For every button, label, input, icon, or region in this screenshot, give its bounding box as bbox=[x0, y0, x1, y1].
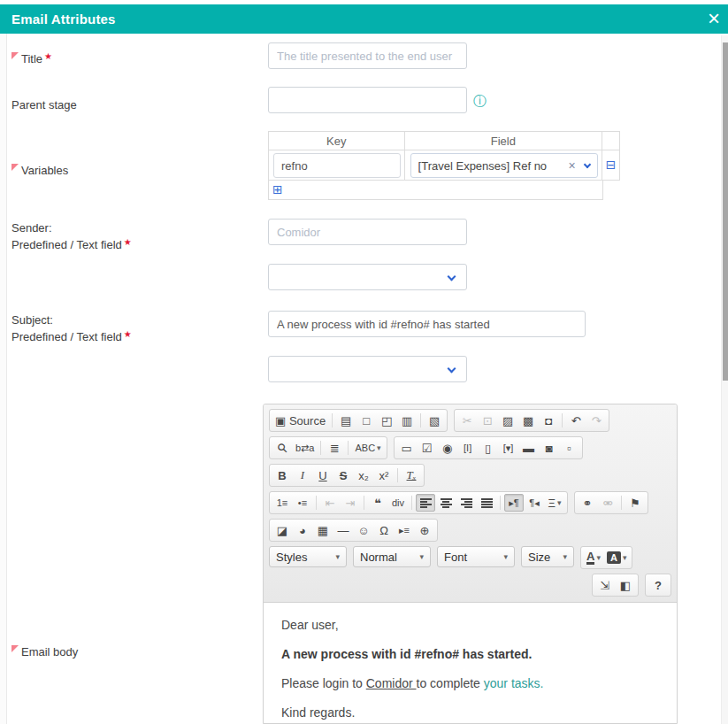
text-color-button[interactable]: A▾ bbox=[584, 549, 603, 566]
div-container-icon[interactable]: div bbox=[388, 494, 408, 512]
paste-icon[interactable]: ▨ bbox=[498, 412, 517, 429]
format-dropdown[interactable]: Normal▾ bbox=[353, 546, 431, 567]
rtl-icon[interactable]: ¶◂ bbox=[525, 494, 544, 512]
numbered-list-icon[interactable]: 1≡ bbox=[272, 494, 292, 512]
subject-input[interactable] bbox=[268, 311, 586, 337]
chevron-down-icon bbox=[448, 273, 456, 281]
select-all-icon[interactable]: ≣ bbox=[325, 439, 344, 457]
templates-icon[interactable]: ▧ bbox=[425, 412, 444, 429]
language-button[interactable]: Ξ▾ bbox=[545, 494, 564, 512]
save-icon[interactable]: ▤ bbox=[336, 412, 356, 429]
smiley-icon[interactable]: ☺ bbox=[354, 521, 373, 539]
show-blocks-icon[interactable]: ◧ bbox=[616, 576, 635, 594]
bold-icon[interactable]: B bbox=[272, 466, 292, 484]
iframe-icon[interactable]: ⊕ bbox=[415, 521, 434, 539]
paste-word-icon[interactable]: ◘ bbox=[539, 412, 558, 429]
unlink-icon[interactable]: ⚮ bbox=[598, 494, 617, 512]
subscript-icon[interactable]: x₂ bbox=[354, 466, 373, 484]
align-left-icon[interactable] bbox=[416, 494, 435, 512]
preview-icon[interactable]: ◰ bbox=[377, 412, 396, 429]
title-label: Title★ bbox=[11, 52, 52, 65]
size-dropdown[interactable]: Size▾ bbox=[521, 546, 574, 567]
indent-icon[interactable]: ⇥ bbox=[341, 494, 360, 512]
print-icon[interactable]: ▥ bbox=[397, 412, 417, 429]
flash-icon[interactable]: ◕ bbox=[293, 521, 312, 539]
superscript-icon[interactable]: x² bbox=[374, 466, 394, 484]
chevron-down-icon[interactable] bbox=[583, 160, 590, 167]
styles-dropdown[interactable]: Styles▾ bbox=[269, 546, 347, 567]
copy-icon[interactable]: ⊡ bbox=[478, 412, 497, 429]
remove-format-icon[interactable]: Tₓ bbox=[402, 466, 421, 484]
button-field-icon[interactable]: ▬ bbox=[519, 439, 539, 457]
checkbox-icon[interactable]: ☑ bbox=[418, 439, 437, 457]
undo-icon[interactable]: ↶ bbox=[566, 412, 586, 429]
image-icon[interactable]: ◪ bbox=[272, 521, 292, 539]
table-icon[interactable]: ▦ bbox=[313, 521, 333, 539]
required-star: ★ bbox=[44, 51, 52, 61]
special-char-icon[interactable]: Ω bbox=[374, 521, 394, 539]
modal-scrollbar[interactable] bbox=[721, 35, 728, 724]
source-button[interactable]: ▣ Source bbox=[272, 412, 328, 429]
column-header-actions bbox=[602, 132, 619, 150]
subject-type-select[interactable] bbox=[268, 356, 467, 382]
modal-header: Email Attributes × bbox=[0, 4, 728, 34]
horizontal-rule-icon[interactable]: ― bbox=[333, 521, 353, 539]
text-field-icon[interactable]: [I] bbox=[458, 439, 478, 457]
select-field-icon[interactable]: [▾] bbox=[499, 439, 518, 457]
maximize-icon[interactable]: ⇲ bbox=[595, 576, 615, 594]
sender-label: Sender: bbox=[11, 221, 52, 235]
textarea-icon[interactable]: ▯ bbox=[479, 439, 498, 457]
email-body-label: Email body bbox=[11, 645, 78, 659]
italic-icon[interactable]: I bbox=[293, 466, 312, 484]
title-input[interactable] bbox=[268, 42, 467, 69]
align-right-icon[interactable] bbox=[456, 494, 476, 512]
scrollbar-thumb[interactable] bbox=[723, 42, 728, 381]
link-icon[interactable]: ⚭ bbox=[578, 494, 597, 512]
variable-field-select[interactable]: [Travel Expenses] Ref no × bbox=[410, 153, 598, 178]
your-tasks-link[interactable]: your tasks bbox=[484, 676, 540, 690]
body-paragraph: A new process with id #refno# has starte… bbox=[281, 647, 659, 661]
align-justify-icon[interactable] bbox=[477, 494, 496, 512]
info-icon[interactable]: ⓘ bbox=[473, 94, 487, 107]
underline-icon[interactable]: U bbox=[313, 466, 333, 484]
variables-table-header: Key Field bbox=[268, 131, 620, 150]
clear-selection-icon[interactable]: × bbox=[568, 158, 575, 173]
editor-body[interactable]: Dear user, A new process with id #refno#… bbox=[264, 603, 677, 724]
close-icon[interactable]: × bbox=[708, 7, 720, 30]
radio-icon[interactable]: ◉ bbox=[438, 439, 457, 457]
font-dropdown[interactable]: Font▾ bbox=[437, 546, 515, 567]
cut-icon[interactable]: ✂ bbox=[457, 412, 477, 429]
blockquote-icon[interactable]: ❝ bbox=[368, 494, 387, 512]
align-center-icon[interactable] bbox=[436, 494, 456, 512]
required-star: ★ bbox=[124, 329, 132, 339]
about-button[interactable]: ? bbox=[648, 576, 668, 594]
page-break-icon[interactable]: ▸≡ bbox=[395, 521, 414, 539]
required-flag-icon bbox=[11, 52, 19, 59]
comidor-link[interactable]: Comidor bbox=[366, 676, 417, 690]
spellcheck-button[interactable]: ABC▾ bbox=[352, 439, 383, 457]
remove-row-button[interactable]: ⊟ bbox=[606, 159, 617, 171]
subject-label: Subject: bbox=[11, 313, 53, 327]
redo-icon[interactable]: ↷ bbox=[586, 412, 606, 429]
ltr-icon[interactable]: ▸¶ bbox=[504, 494, 524, 512]
variable-key-input[interactable] bbox=[273, 153, 401, 178]
bg-color-button[interactable]: A▾ bbox=[604, 549, 629, 566]
paste-text-icon[interactable]: ▩ bbox=[518, 412, 538, 429]
hidden-field-icon[interactable]: ▫ bbox=[560, 439, 579, 457]
column-header-field: Field bbox=[405, 132, 602, 150]
required-flag-icon bbox=[11, 645, 19, 652]
image-button-icon[interactable]: ◙ bbox=[540, 439, 559, 457]
strikethrough-icon[interactable]: S bbox=[333, 466, 353, 484]
sender-input[interactable] bbox=[268, 219, 467, 245]
add-row-button[interactable]: ⊞ bbox=[272, 184, 283, 196]
new-page-icon[interactable]: □ bbox=[356, 412, 376, 429]
find-icon[interactable]: ⚲ bbox=[272, 439, 292, 457]
form-icon[interactable]: ▭ bbox=[397, 439, 417, 457]
parent-stage-label: Parent stage bbox=[11, 98, 77, 112]
sender-type-select[interactable] bbox=[268, 264, 467, 290]
bullet-list-icon[interactable]: •≡ bbox=[293, 494, 312, 512]
replace-icon[interactable]: b⇄a bbox=[293, 439, 317, 457]
parent-stage-input[interactable] bbox=[268, 87, 467, 113]
outdent-icon[interactable]: ⇤ bbox=[320, 494, 340, 512]
anchor-icon[interactable]: ⚑ bbox=[625, 494, 645, 512]
